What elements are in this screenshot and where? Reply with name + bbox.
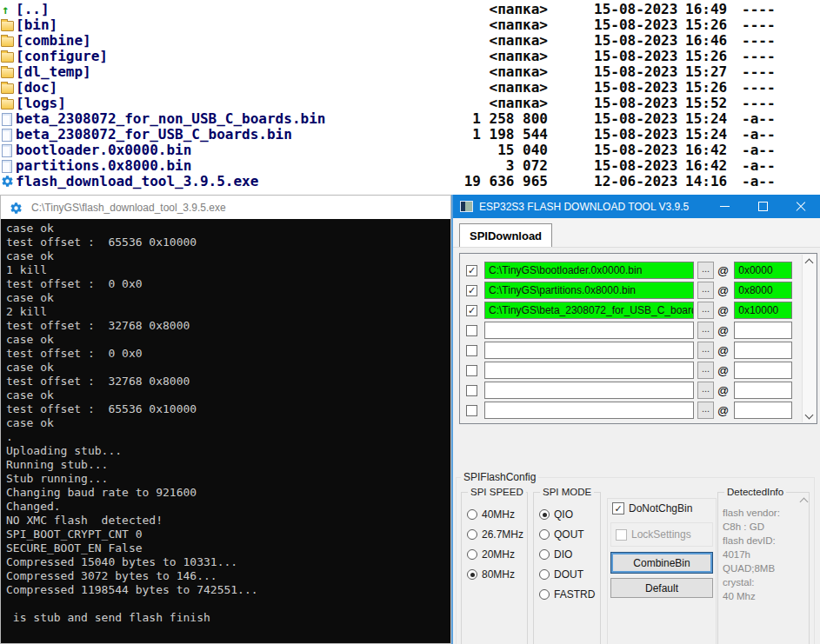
file-path-field[interactable] bbox=[484, 402, 694, 419]
flasher-app-icon bbox=[460, 201, 473, 212]
radio-dio[interactable]: DIO bbox=[539, 548, 572, 561]
file-row[interactable]: beta_2308072_for_USB_C_boards.bin1 198 5… bbox=[0, 127, 820, 143]
flasher-titlebar[interactable]: ESP32S3 FLASH DOWNLOAD TOOL V3.9.5 bbox=[453, 195, 820, 218]
file-row[interactable]: beta_2308072_for_non_USB_C_boards.bin1 2… bbox=[0, 111, 820, 127]
offset-field[interactable]: 0x8000 bbox=[734, 282, 792, 299]
donotchgbin-checkbox[interactable]: ✓ DoNotChgBin bbox=[612, 502, 692, 515]
browse-button[interactable]: ... bbox=[697, 382, 714, 399]
file-row[interactable]: bootloader.0x0000.bin15 04015-08-202316:… bbox=[0, 143, 820, 158]
radio-26.7mhz[interactable]: 26.7MHz bbox=[467, 528, 523, 541]
detected-line: flash vendor: bbox=[723, 506, 796, 520]
console-titlebar[interactable]: C:\TinyGS\flash_download_tool_3.9.5.exe bbox=[1, 196, 450, 219]
close-icon bbox=[796, 202, 806, 212]
offset-field[interactable] bbox=[734, 322, 792, 339]
file-checkbox[interactable] bbox=[466, 385, 477, 396]
console-output: case ok test offset : 65536 0x10000 case… bbox=[6, 222, 450, 625]
file-name: bootloader.0x0000.bin bbox=[16, 142, 191, 158]
file-checkbox[interactable]: ✓ bbox=[466, 305, 477, 316]
file-path-field[interactable]: C:\TinyGS\bootloader.0x0000.bin bbox=[484, 262, 694, 279]
file-path-field[interactable] bbox=[484, 362, 694, 379]
detected-line: flash devID: bbox=[723, 534, 796, 548]
locksettings-checkbox[interactable]: LockSettings bbox=[610, 522, 713, 547]
file-icon bbox=[2, 144, 12, 157]
folder-icon bbox=[0, 96, 16, 113]
radio-fastrd[interactable]: FASTRD bbox=[539, 588, 595, 601]
file-list-scrollbar[interactable] bbox=[802, 255, 816, 422]
radio-qout[interactable]: QOUT bbox=[539, 528, 584, 541]
file-path-field[interactable]: C:\TinyGS\partitions.0x8000.bin bbox=[484, 282, 694, 299]
file-attributes: ---- bbox=[742, 64, 776, 80]
file-row[interactable]: [logs]<папка>15-08-202315:52---- bbox=[0, 96, 820, 111]
close-button[interactable] bbox=[782, 195, 820, 218]
default-button[interactable]: Default bbox=[610, 578, 713, 598]
file-row[interactable]: [dl_temp]<папка>15-08-202315:27---- bbox=[0, 64, 820, 80]
minimize-button[interactable] bbox=[705, 195, 743, 218]
file-checkbox[interactable]: ✓ bbox=[466, 265, 477, 276]
browse-button[interactable]: ... bbox=[697, 342, 714, 359]
offset-field[interactable] bbox=[734, 382, 792, 399]
offset-field[interactable] bbox=[734, 342, 792, 359]
detectedinfo-scrollbar[interactable] bbox=[797, 494, 808, 644]
combinebin-button[interactable]: CombineBin bbox=[610, 552, 713, 574]
file-size: 1 198 544 bbox=[409, 127, 548, 143]
folder-icon bbox=[0, 49, 16, 66]
at-label: @ bbox=[717, 384, 729, 397]
file-size: 15 040 bbox=[409, 143, 548, 158]
radio-qio[interactable]: QIO bbox=[539, 508, 573, 521]
at-label: @ bbox=[717, 324, 729, 337]
browse-button[interactable]: ... bbox=[697, 322, 714, 339]
file-date: 15-08-2023 bbox=[594, 96, 677, 111]
file-time: 15:26 bbox=[685, 49, 727, 64]
file-row[interactable]: flash_download_tool_3.9.5.exe19 636 9651… bbox=[0, 174, 820, 189]
file-path-field[interactable]: C:\TinyGS\beta_2308072_for_USB_C_boards, bbox=[484, 302, 694, 319]
file-name: [bin] bbox=[16, 17, 57, 33]
browse-button[interactable]: ... bbox=[697, 362, 714, 379]
browse-button[interactable]: ... bbox=[697, 282, 714, 299]
file-path-field[interactable] bbox=[484, 342, 694, 359]
file-name: [..] bbox=[16, 1, 50, 17]
file-row[interactable]: ↑[..]<папка>15-08-202316:49---- bbox=[0, 2, 820, 17]
chevron-up-icon bbox=[800, 497, 809, 506]
spi-speed-label: SPI SPEED bbox=[468, 487, 526, 497]
radio-40mhz[interactable]: 40MHz bbox=[467, 508, 515, 521]
detected-line: QUAD;8MB bbox=[723, 561, 796, 575]
file-checkbox[interactable] bbox=[466, 345, 477, 356]
offset-field[interactable] bbox=[734, 402, 792, 419]
radio-dout[interactable]: DOUT bbox=[539, 568, 583, 581]
spi-mode-label: SPI MODE bbox=[540, 487, 594, 497]
scroll-up-button[interactable] bbox=[803, 255, 816, 268]
file-path-field[interactable] bbox=[484, 322, 694, 339]
radio-icon bbox=[467, 509, 477, 520]
radio-icon bbox=[467, 549, 477, 560]
scroll-up-button[interactable] bbox=[797, 494, 810, 507]
browse-button[interactable]: ... bbox=[697, 402, 714, 419]
tab-spidownload[interactable]: SPIDownload bbox=[459, 223, 552, 247]
file-checkbox[interactable] bbox=[466, 405, 477, 416]
file-time: 14:16 bbox=[685, 174, 727, 189]
file-checkbox[interactable] bbox=[466, 365, 477, 376]
file-name: [dl_temp] bbox=[16, 63, 91, 80]
file-attributes: ---- bbox=[742, 2, 776, 17]
radio-80mhz[interactable]: 80MHz bbox=[467, 568, 515, 581]
file-row[interactable]: [configure]<папка>15-08-202315:26---- bbox=[0, 49, 820, 64]
file-row[interactable]: [combine]<папка>15-08-202316:46---- bbox=[0, 33, 820, 49]
browse-button[interactable]: ... bbox=[697, 302, 714, 319]
file-row[interactable]: partitions.0x8000.bin3 07215-08-202316:4… bbox=[0, 158, 820, 174]
maximize-button[interactable] bbox=[743, 195, 782, 218]
file-row[interactable]: [bin]<папка>15-08-202315:26---- bbox=[0, 17, 820, 33]
file-attributes: -a-- bbox=[742, 143, 776, 158]
browse-button[interactable]: ... bbox=[697, 262, 714, 279]
file-row[interactable]: [doc]<папка>15-08-202315:26---- bbox=[0, 80, 820, 96]
offset-field[interactable]: 0x10000 bbox=[734, 302, 792, 319]
offset-field[interactable] bbox=[734, 362, 792, 379]
offset-field[interactable]: 0x0000 bbox=[734, 262, 792, 279]
file-path-field[interactable] bbox=[484, 382, 694, 399]
file-size: <папка> bbox=[409, 49, 548, 64]
file-attributes: ---- bbox=[742, 49, 776, 64]
chevron-up-icon bbox=[805, 258, 814, 267]
file-checkbox[interactable] bbox=[466, 325, 477, 336]
file-checkbox[interactable]: ✓ bbox=[466, 285, 477, 296]
scroll-down-button[interactable] bbox=[803, 409, 816, 422]
detected-line: 40 Mhz bbox=[723, 589, 796, 603]
radio-20mhz[interactable]: 20MHz bbox=[467, 548, 515, 561]
